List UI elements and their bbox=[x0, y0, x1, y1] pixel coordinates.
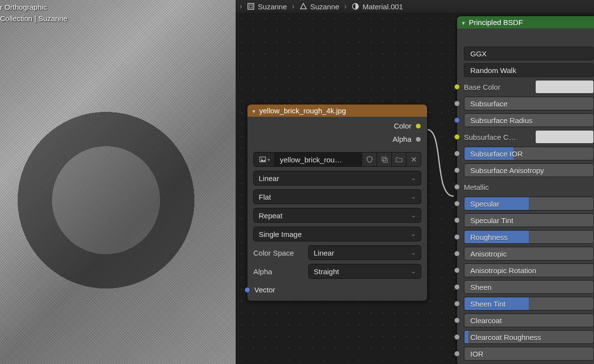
ior-slider[interactable]: IOR bbox=[464, 347, 594, 361]
collapse-toggle-icon[interactable] bbox=[462, 18, 465, 26]
clearcoat-slider[interactable]: Clearcoat bbox=[464, 313, 594, 327]
unlink-image-button[interactable] bbox=[406, 152, 421, 167]
projection-dropdown[interactable]: Flat ⌄ bbox=[253, 189, 421, 204]
subsurface-radius-field[interactable]: Subsurface Radius bbox=[464, 113, 594, 127]
sheen-tint-slider[interactable]: Sheen Tint bbox=[464, 297, 594, 311]
close-icon bbox=[410, 156, 418, 163]
subsurface-color-swatch[interactable] bbox=[535, 130, 594, 144]
color-socket-icon[interactable] bbox=[415, 123, 421, 129]
chevron-down-icon: ⌄ bbox=[411, 175, 416, 182]
input-vector-label: Vector bbox=[254, 286, 275, 294]
image-browse-button[interactable]: ▾ bbox=[253, 152, 275, 167]
svg-rect-6 bbox=[382, 157, 386, 161]
metallic-label: Metallic bbox=[464, 180, 594, 194]
principled-bsdf-node[interactable]: Principled BSDF GGX Random Walk Base Col… bbox=[457, 16, 594, 364]
image-datablock-selector: ▾ yellow_brick_rou… bbox=[253, 152, 421, 167]
anisotropic-slider[interactable]: Anisotropic bbox=[464, 247, 594, 260]
base-color-swatch[interactable] bbox=[535, 80, 594, 94]
anisotropic-rotation-slider[interactable]: Anisotropic Rotation bbox=[464, 263, 594, 277]
chevron-down-icon: ▾ bbox=[268, 157, 270, 162]
clearcoat-label: Clearcoat bbox=[470, 316, 502, 325]
image-texture-node-title: yellow_brick_rough_4k.jpg bbox=[259, 106, 346, 115]
specular-socket-icon[interactable] bbox=[454, 201, 460, 207]
projection-value: Flat bbox=[259, 193, 271, 201]
subsurface-anisotropy-socket-icon[interactable] bbox=[454, 167, 460, 173]
viewport-3d[interactable]: r Orthographic Collection | Suzanne bbox=[0, 0, 236, 364]
distribution-dropdown[interactable]: GGX bbox=[464, 47, 594, 60]
svg-marker-2 bbox=[300, 3, 306, 9]
output-color-label: Color bbox=[394, 122, 411, 130]
viewport-collection-label: Collection | Suzanne bbox=[0, 13, 67, 25]
roughness-socket-icon[interactable] bbox=[454, 234, 460, 240]
object-icon bbox=[247, 2, 255, 10]
breadcrumb-separator-icon: › bbox=[240, 2, 242, 11]
colorspace-dropdown[interactable]: Linear ⌄ bbox=[308, 245, 421, 260]
output-alpha-socket[interactable]: Alpha bbox=[393, 135, 421, 143]
image-name-field[interactable]: yellow_brick_rou… bbox=[275, 152, 362, 167]
base-color-label: Base Color bbox=[464, 80, 531, 94]
chevron-down-icon: ⌄ bbox=[411, 268, 416, 275]
roughness-slider[interactable]: Roughness bbox=[464, 230, 594, 244]
clearcoat-roughness-socket-icon[interactable] bbox=[454, 334, 460, 340]
alpha-mode-value: Straight bbox=[314, 267, 339, 276]
subsurface-ior-socket-icon[interactable] bbox=[454, 151, 460, 156]
sheen-slider[interactable]: Sheen bbox=[464, 280, 594, 294]
principled-bsdf-node-header[interactable]: Principled BSDF bbox=[457, 16, 594, 28]
base-color-socket-icon[interactable] bbox=[454, 84, 460, 90]
open-image-button[interactable] bbox=[392, 152, 406, 167]
source-dropdown[interactable]: Single Image ⌄ bbox=[253, 227, 421, 241]
output-alpha-label: Alpha bbox=[393, 135, 411, 143]
breadcrumb-object[interactable]: Suzanne bbox=[247, 2, 287, 11]
roughness-label: Roughness bbox=[470, 233, 508, 241]
extension-dropdown[interactable]: Repeat ⌄ bbox=[253, 208, 421, 223]
fake-user-button[interactable] bbox=[362, 152, 377, 167]
svg-rect-1 bbox=[249, 5, 252, 8]
interpolation-value: Linear bbox=[259, 174, 279, 182]
anisotropic-rotation-socket-icon[interactable] bbox=[454, 267, 460, 273]
input-vector-socket[interactable]: Vector bbox=[253, 286, 421, 294]
vector-socket-icon[interactable] bbox=[244, 287, 250, 293]
specular-slider[interactable]: Specular bbox=[464, 197, 594, 210]
clearcoat-socket-icon[interactable] bbox=[454, 317, 460, 323]
metallic-socket-icon[interactable] bbox=[454, 184, 460, 190]
image-icon bbox=[259, 156, 267, 163]
chevron-down-icon: ⌄ bbox=[411, 212, 416, 219]
sheen-socket-icon[interactable] bbox=[454, 284, 460, 290]
breadcrumb-material-label: Material.001 bbox=[362, 2, 403, 11]
anisotropic-rotation-label: Anisotropic Rotation bbox=[470, 266, 536, 275]
alpha-mode-dropdown[interactable]: Straight ⌄ bbox=[308, 264, 421, 279]
sheen-tint-label: Sheen Tint bbox=[470, 300, 506, 308]
output-color-socket[interactable]: Color bbox=[394, 122, 421, 130]
subsurface-color-socket-icon[interactable] bbox=[454, 134, 460, 140]
image-texture-node-header[interactable]: yellow_brick_rough_4k.jpg bbox=[247, 104, 427, 117]
svg-rect-0 bbox=[248, 3, 254, 9]
specular-tint-slider[interactable]: Specular Tint bbox=[464, 213, 594, 227]
source-value: Single Image bbox=[259, 230, 302, 238]
colorspace-value: Linear bbox=[314, 249, 334, 257]
breadcrumb-separator-icon: › bbox=[292, 2, 295, 11]
subsurface-radius-socket-icon[interactable] bbox=[454, 117, 460, 123]
breadcrumb-mesh[interactable]: Suzanne bbox=[299, 2, 339, 11]
shader-node-editor[interactable]: yellow_brick_rough_4k.jpg Color Alpha ▾ … bbox=[236, 13, 594, 364]
sheen-tint-socket-icon[interactable] bbox=[454, 301, 460, 307]
ior-socket-icon[interactable] bbox=[454, 351, 460, 357]
shield-icon bbox=[366, 156, 374, 163]
subsurface-ior-slider[interactable]: Subsurface IOR bbox=[464, 147, 594, 160]
breadcrumb-material[interactable]: Material.001 bbox=[351, 2, 403, 11]
collapse-toggle-icon[interactable] bbox=[252, 106, 255, 115]
viewport-projection-label: r Orthographic bbox=[0, 2, 67, 13]
subsurface-socket-icon[interactable] bbox=[454, 101, 460, 106]
subsurface-anisotropy-slider[interactable]: Subsurface Anisotropy bbox=[464, 163, 594, 177]
subsurface-method-dropdown[interactable]: Random Walk bbox=[464, 63, 594, 77]
subsurface-slider[interactable]: Subsurface bbox=[464, 97, 594, 110]
subsurface-ior-label: Subsurface IOR bbox=[470, 150, 523, 158]
image-texture-node[interactable]: yellow_brick_rough_4k.jpg Color Alpha ▾ … bbox=[247, 104, 428, 301]
interpolation-dropdown[interactable]: Linear ⌄ bbox=[253, 171, 421, 185]
new-image-button[interactable] bbox=[377, 152, 392, 167]
specular-label: Specular bbox=[470, 200, 499, 208]
anisotropic-socket-icon[interactable] bbox=[454, 251, 460, 257]
ior-label: IOR bbox=[470, 350, 484, 358]
clearcoat-roughness-slider[interactable]: Clearcoat Roughness bbox=[464, 330, 594, 344]
specular-tint-socket-icon[interactable] bbox=[454, 217, 460, 223]
alpha-socket-icon[interactable] bbox=[415, 136, 421, 142]
